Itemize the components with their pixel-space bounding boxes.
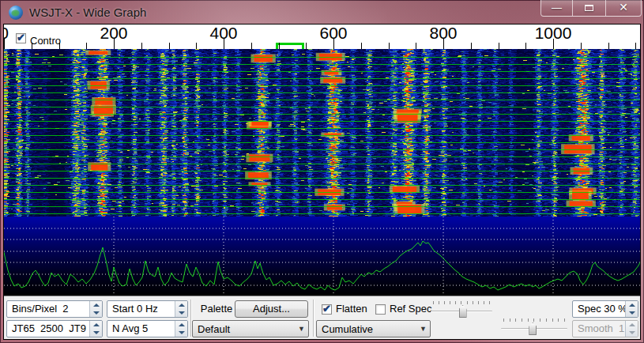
spin-arrows-icon[interactable]	[89, 301, 102, 317]
spin-arrows-icon[interactable]	[175, 321, 187, 337]
smooth-spinbox: Smooth 1	[572, 320, 638, 337]
ruler-label: 400	[209, 24, 237, 41]
n-avg-spinbox[interactable]: N Avg 5	[107, 320, 188, 337]
title-bar[interactable]: WSJT-X - Wide Graph — ✕	[0, 0, 644, 24]
wide-graph-window: WSJT-X - Wide Graph — ✕ ✔ Contro 0200400…	[0, 0, 644, 343]
ruler-tick	[306, 43, 307, 49]
waterfall-display[interactable]	[4, 49, 640, 217]
ruler-tick	[86, 43, 87, 49]
spin-arrows-icon	[625, 321, 638, 337]
ref-spec-checkbox[interactable]: ✔ Ref Spec	[375, 300, 431, 318]
ruler-label: 800	[429, 24, 457, 41]
jt65-jt9-split-spinbox[interactable]: JT65 2500 JT9	[6, 320, 103, 337]
palette-combobox[interactable]: Default ▼	[192, 320, 309, 337]
separator	[313, 300, 314, 337]
palette-label: Palette	[196, 300, 237, 318]
spec-percent-spinbox[interactable]: Spec 30 %	[572, 300, 638, 318]
window-title: WSJT-X - Wide Graph	[29, 0, 146, 24]
ruler-tick	[581, 43, 582, 49]
bins-pixel-spinbox[interactable]: Bins/Pixel 2	[6, 300, 103, 318]
flatten-checkbox-box[interactable]: ✔	[322, 304, 332, 315]
start-hz-value: Start 0 Hz	[107, 301, 175, 317]
minimize-button[interactable]: —	[540, 0, 573, 17]
spin-arrows-icon[interactable]	[89, 321, 102, 337]
flatten-label: Flatten	[336, 301, 367, 317]
wide-graph-client: ✔ Contro 020040060080010001200 Bins/Pixe…	[3, 24, 641, 340]
palette-combobox-value: Default	[193, 323, 295, 335]
ruler-tick	[196, 43, 197, 49]
ruler-label: 1000	[535, 24, 572, 41]
ruler-tick	[279, 43, 280, 49]
spin-arrows-icon[interactable]	[175, 301, 187, 317]
bins-pixel-value: Bins/Pixel 2	[7, 301, 89, 317]
rx-frequency-marker[interactable]	[276, 43, 304, 49]
slider-handle[interactable]	[459, 305, 467, 318]
check-icon: ✔	[17, 32, 25, 43]
controls-checkbox-box[interactable]: ✔	[16, 33, 26, 43]
adjust-button[interactable]: Adjust...	[235, 300, 308, 318]
ruler-tick	[32, 43, 32, 49]
chevron-down-icon: ▼	[416, 325, 430, 333]
ruler-tick	[59, 43, 60, 49]
controls-checkbox[interactable]: ✔ Contro	[16, 33, 61, 47]
close-button[interactable]: ✕	[606, 0, 642, 17]
ruler-tick	[361, 43, 362, 49]
spectrum-trace	[4, 241, 640, 290]
maximize-button[interactable]	[573, 0, 606, 17]
spectrum-mode-value: Cumulative	[317, 323, 416, 335]
ref-spec-checkbox-box[interactable]: ✔	[375, 304, 386, 315]
slider-ticks	[503, 318, 565, 322]
n-avg-value: N Avg 5	[107, 321, 175, 337]
slider-handle[interactable]	[529, 322, 537, 335]
spectrum-mode-combobox[interactable]: Cumulative ▼	[316, 320, 431, 337]
ruler-tick	[499, 43, 499, 49]
ruler-label: 600	[319, 24, 347, 41]
chevron-down-icon: ▼	[295, 325, 308, 333]
ruler-tick	[471, 43, 472, 49]
ruler-tick	[608, 43, 609, 49]
ruler-tick	[169, 43, 170, 49]
controls-checkbox-label: Contro	[30, 33, 61, 47]
ruler-tick	[525, 43, 526, 49]
smooth-value: Smooth 1	[573, 321, 625, 337]
ruler-label: 200	[100, 24, 127, 41]
window-buttons: — ✕	[540, 0, 642, 17]
ruler-tick	[251, 43, 252, 49]
frequency-ruler[interactable]: ✔ Contro 020040060080010001200	[4, 24, 640, 49]
ruler-tick	[416, 43, 416, 49]
spin-arrows-icon[interactable]	[625, 301, 638, 317]
spectrum-svg	[4, 217, 640, 296]
maximize-icon	[585, 5, 593, 11]
spec-percent-value: Spec 30 %	[573, 301, 625, 317]
jt65-jt9-value: JT65 2500 JT9	[7, 321, 89, 337]
ruler-tick	[389, 43, 390, 49]
ruler-tick	[141, 43, 142, 49]
control-panel: Bins/Pixel 2 Start 0 Hz Palette Adjust..…	[4, 296, 640, 339]
start-hz-spinbox[interactable]: Start 0 Hz	[107, 300, 188, 318]
spectrum-plot[interactable]	[4, 217, 640, 296]
check-icon: ✔	[322, 303, 331, 315]
slider-ticks	[433, 301, 490, 304]
wsjtx-globe-icon	[9, 6, 23, 20]
ref-spec-label: Ref Spec	[390, 301, 431, 317]
gain-slider-1[interactable]	[431, 300, 492, 318]
flatten-checkbox[interactable]: ✔ Flatten	[322, 300, 367, 318]
ruler-tick	[635, 43, 636, 49]
ruler-label: 0	[4, 24, 9, 41]
zero-slider-1[interactable]	[501, 318, 567, 335]
